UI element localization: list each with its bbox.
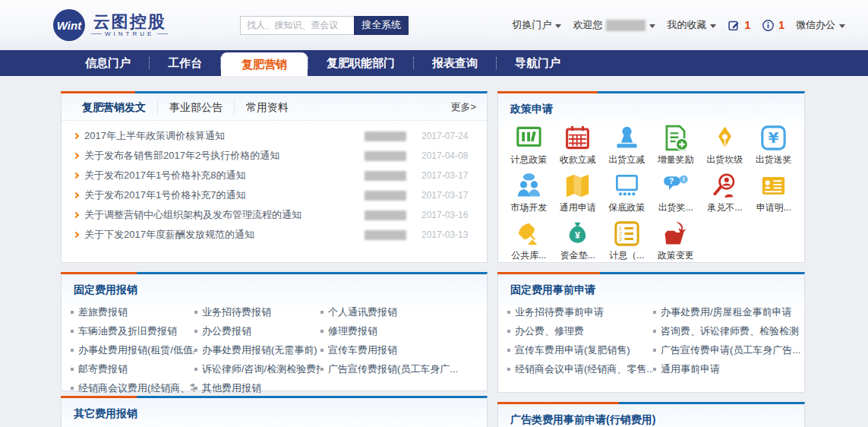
expense-link[interactable]: 诉讼律师/咨询/检测检验费报... (194, 359, 320, 378)
notice-date: 2017-07-24 (421, 131, 476, 141)
policy-item-label: 资金垫... (560, 249, 595, 262)
policy-item-numbered-list[interactable]: 123计息（... (602, 220, 652, 262)
more-link[interactable]: 更多> (450, 100, 487, 114)
pre-application-link[interactable]: 办公费、修理费 (507, 321, 653, 340)
global-search: 搜全系统 (240, 16, 409, 35)
notice-title: 关于发布2017年1号价格补充7的通知 (84, 188, 358, 202)
expense-link[interactable]: 车辆油费及折旧费报销 (71, 321, 194, 340)
expense-link[interactable]: 广告宣传费报销(员工车身广... (320, 359, 487, 378)
policy-item-label: 公共库... (511, 249, 546, 262)
pre-application-link[interactable]: 咨询费、诉讼律师费、检验检测 (653, 321, 804, 340)
policy-item-pen-nib[interactable]: 出货坎级 (700, 124, 750, 166)
notice-item[interactable]: 关于发布各销售部2017年2号执行价格的通知2017-04-08 (72, 146, 476, 166)
portal-content: 复肥营销发文事业部公告常用资料更多> 2017年上半年政策调价核算通知2017-… (0, 76, 868, 427)
expense-link[interactable]: 办事处费用报销(无需事前) (194, 340, 320, 359)
pre-application-link[interactable]: 宣传车费用申请(复肥销售) (507, 340, 653, 359)
policy-item-people-chat[interactable]: 市场开发 (504, 172, 554, 214)
nav-item-1[interactable]: 信息门户 (67, 50, 149, 76)
expense-link[interactable]: 差旅费报销 (71, 302, 194, 321)
policy-item-folder-arrow[interactable]: 政策变更 (652, 220, 701, 262)
expense-link[interactable]: 修理费报销 (320, 321, 487, 340)
pre-application-links: 业务招待费事前申请办事处费用/房屋租金事前申请办公费、修理费咨询费、诉讼律师费、… (498, 300, 804, 378)
policy-item-books[interactable]: 计息政策 (504, 124, 554, 166)
expense-link[interactable]: 宣传车费用报销 (320, 340, 487, 359)
expense-link[interactable]: 业务招待费报销 (194, 302, 320, 321)
pre-application-link[interactable]: 广告宣传费申请(员工车身广告... (653, 340, 804, 359)
id-card-icon (759, 172, 788, 200)
people-chat-icon (515, 172, 543, 200)
nav-item-3[interactable]: 复肥营销 (221, 52, 308, 76)
fixed-expense-links: 差旅费报销业务招待费报销个人通讯费报销车辆油费及折旧费报销办公费报销修理费报销办… (62, 300, 487, 397)
nav-item-4[interactable]: 复肥职能部门 (308, 50, 413, 76)
notice-item[interactable]: 关于下发2017年度薪酬发放规范的通知2017-03-13 (72, 225, 476, 245)
policy-item-label: 出货坎级 (706, 153, 743, 166)
svg-text:2: 2 (619, 231, 622, 236)
redacted-author (365, 151, 406, 161)
notice-item[interactable]: 关于发布2017年1号价格补充7的通知2017-03-17 (72, 185, 476, 205)
todo-indicator[interactable]: 1 (728, 19, 750, 32)
policy-item-satellite[interactable]: 公共库... (504, 220, 554, 262)
expense-link[interactable]: 办公费报销 (194, 321, 320, 340)
policy-item-doc-plus[interactable]: 增量奖励 (652, 124, 701, 166)
chevron-down-icon (710, 24, 716, 28)
policy-item-stamp[interactable]: 出货立减 (602, 124, 652, 166)
magnifier-person-icon (711, 172, 739, 200)
policy-item-yuan-square[interactable]: ¥出货送奖 (750, 124, 799, 166)
policy-item-calendar[interactable]: 收款立减 (554, 124, 603, 166)
favorites-menu[interactable]: 我的收藏 (667, 18, 716, 32)
welcome-user-menu[interactable]: 欢迎您 (573, 18, 655, 32)
notice-item[interactable]: 关于调整营销中心组织架构及发布管理流程的通知2017-03-16 (72, 205, 476, 225)
pre-application-link[interactable]: 经销商会议申请(经销商、零售... (507, 359, 653, 378)
fixed-expense-panel: 固定费用报销 差旅费报销业务招待费报销个人通讯费报销车辆油费及折旧费报销办公费报… (61, 272, 488, 391)
notice-date: 2017-03-17 (421, 170, 476, 181)
notice-tab-3[interactable]: 常用资料 (234, 100, 300, 115)
expense-link[interactable]: 个人通讯费报销 (320, 302, 487, 321)
notice-item[interactable]: 2017年上半年政策调价核算通知2017-07-24 (72, 126, 476, 146)
expense-link[interactable]: 邮寄费报销 (71, 359, 194, 378)
pre-application-link[interactable]: 通用事前申请 (653, 359, 804, 378)
search-input[interactable] (240, 16, 354, 35)
switch-portal-menu[interactable]: 切换门户 (512, 18, 561, 32)
policy-item-money-bag[interactable]: ¥资金垫... (554, 220, 603, 262)
policy-item-label: 计息（... (609, 249, 644, 262)
policy-item-label: 增量奖励 (658, 153, 694, 166)
nav-item-2[interactable]: 工作台 (150, 50, 220, 76)
nav-item-6[interactable]: 导航门户 (497, 50, 579, 76)
panel-title: 固定费用报销 (62, 274, 487, 300)
notice-item[interactable]: 关于发布2017年1号价格补充8的通知2017-03-17 (72, 166, 476, 185)
chevron-down-icon (839, 24, 845, 28)
doc-plus-icon (661, 124, 690, 152)
switch-portal-label: 切换门户 (512, 18, 551, 32)
expense-link[interactable]: 经销商会议费用(经销商、零... (71, 378, 194, 397)
notice-title: 关于下发2017年度薪酬发放规范的通知 (84, 228, 358, 242)
policy-item-magnifier-person[interactable]: 承兑不... (700, 172, 750, 214)
policy-item-map[interactable]: 通用申请 (554, 172, 603, 214)
policy-application-panel: 政策申请 计息政策收款立减出货立减增量奖励出货坎级¥出货送奖市场开发通用申请保底… (497, 91, 805, 263)
nav-item-5[interactable]: 报表查询 (414, 50, 496, 76)
notice-title: 关于发布2017年1号价格补充8的通知 (84, 169, 358, 182)
notice-date: 2017-03-13 (421, 229, 476, 240)
policy-item-label: 申请明... (756, 201, 791, 214)
policy-item-chat-bubbles[interactable]: ?!出货奖... (652, 172, 701, 214)
redacted-author (365, 131, 406, 141)
policy-item-id-card[interactable]: 申请明... (750, 172, 799, 214)
policy-item-label: 保底政策 (608, 201, 645, 214)
chevron-right-icon (73, 212, 79, 218)
expense-link[interactable]: 办事处费用报销(租赁/低值易... (71, 340, 194, 359)
expense-link[interactable]: 其他费用报销 (194, 378, 320, 397)
notice-tab-2[interactable]: 事业部公告 (157, 100, 234, 115)
chat-bubbles-icon: ?! (661, 172, 690, 200)
redacted-author (365, 171, 406, 181)
wechat-office-menu[interactable]: 微信办公 (796, 18, 845, 32)
info-icon (762, 19, 775, 32)
pre-application-link[interactable]: 办事处费用/房屋租金事前申请 (653, 302, 804, 321)
policy-item-presentation[interactable]: 保底政策 (602, 172, 652, 214)
info-indicator[interactable]: 1 (762, 19, 784, 32)
other-expense-panel: 其它费用报销 (61, 396, 488, 427)
policy-item-label: 出货立减 (608, 153, 645, 166)
satellite-icon (515, 220, 543, 248)
search-button[interactable]: 搜全系统 (354, 16, 409, 35)
policy-item-label: 市场开发 (510, 201, 547, 214)
notice-tab-1[interactable]: 复肥营销发文 (71, 100, 157, 115)
pre-application-link[interactable]: 业务招待费事前申请 (507, 302, 653, 321)
